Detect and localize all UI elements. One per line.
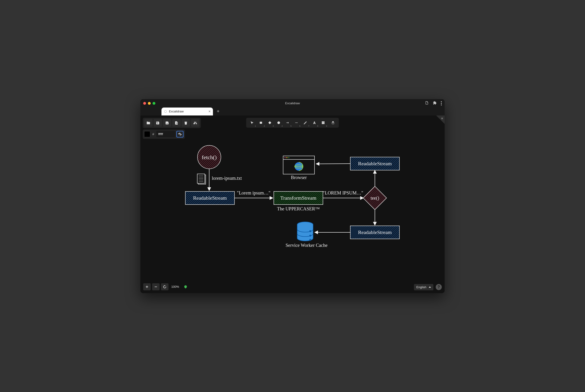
fetch-label: fetch()	[202, 154, 217, 160]
uppercaser-label: The UPPERCASER™	[277, 206, 320, 211]
browser-tab[interactable]: Excalidraw ×	[161, 108, 213, 116]
window-title: Excalidraw	[140, 102, 445, 105]
svg-point-23	[286, 157, 287, 158]
close-window-button[interactable]	[143, 102, 146, 105]
tee-label: tee()	[371, 196, 379, 201]
cache-label: Service Worker Cache	[285, 243, 327, 248]
titlebar: Excalidraw	[140, 99, 445, 108]
file-icon[interactable]	[425, 101, 429, 106]
tab-favicon-icon	[164, 110, 167, 113]
svg-point-22	[284, 157, 286, 158]
svg-point-31	[309, 239, 311, 241]
transform-stream-label: TransformStream	[280, 195, 316, 201]
file-icon	[197, 174, 206, 184]
new-tab-button[interactable]: +	[215, 108, 221, 115]
tab-label: Excalidraw	[169, 110, 184, 113]
svg-point-0	[164, 110, 166, 112]
tab-strip: Excalidraw × +	[140, 108, 445, 116]
drawing-canvas[interactable]: fetch() lorem-ipsum.txt ReadableStream	[140, 116, 445, 293]
svg-point-30	[309, 235, 311, 236]
more-menu-icon[interactable]	[441, 101, 442, 106]
readable-stream-2-label: ReadableStream	[358, 160, 392, 166]
extensions-icon[interactable]	[433, 101, 437, 106]
file-label: lorem-ipsum.txt	[212, 176, 242, 181]
readable-stream-1-label: ReadableStream	[193, 195, 227, 201]
browser-label: Browser	[291, 175, 307, 180]
readable-stream-3-label: ReadableStream	[358, 229, 392, 235]
browser-icon	[283, 156, 315, 174]
svg-point-29	[309, 230, 311, 232]
lorem-lower-label: "Lorem ipsum…"	[237, 190, 270, 196]
svg-point-24	[288, 157, 289, 158]
window-controls	[143, 102, 155, 105]
maximize-window-button[interactable]	[153, 102, 155, 105]
lorem-upper-label: "LOREM IPSUM…"	[323, 190, 363, 196]
cache-icon	[297, 222, 313, 241]
app-window: Excalidraw Excalidraw × + ★	[140, 99, 445, 293]
app-canvas-area: ★ # 1 2 3 4 5 6 7	[140, 116, 445, 293]
minimize-window-button[interactable]	[148, 102, 151, 105]
tab-close-icon[interactable]: ×	[208, 110, 211, 114]
